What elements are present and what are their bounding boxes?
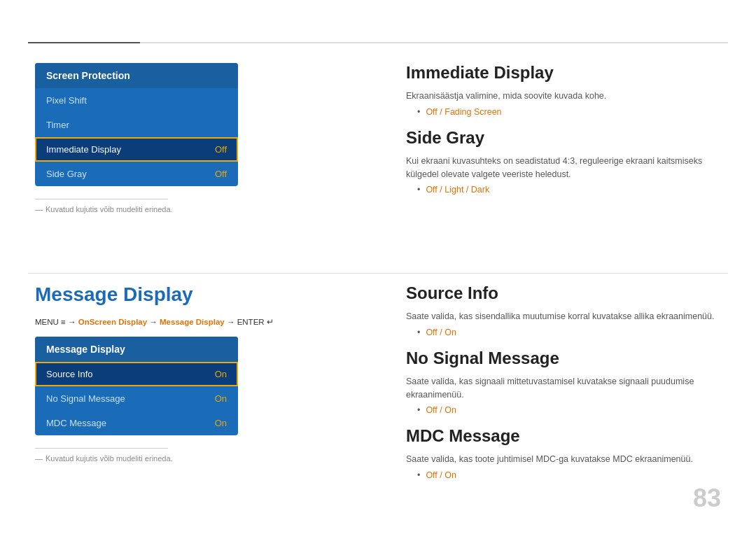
menu-item-mdc-message[interactable]: MDC Message On <box>35 411 238 435</box>
menu-item-immediate-display[interactable]: Immediate Display Off <box>35 137 238 162</box>
no-signal-bullet: Off / On <box>417 405 721 415</box>
footnote-divider-bottom <box>35 448 168 449</box>
menu-item-label: No Signal Message <box>46 393 125 404</box>
enter-label: ENTER <box>237 318 267 326</box>
menu-item-source-info[interactable]: Source Info On <box>35 362 238 386</box>
source-info-title: Source Info <box>406 283 721 303</box>
immediate-display-desc: Ekraanisäästja valimine, mida soovite ku… <box>406 90 721 103</box>
immediate-display-bullet: Off / Fading Screen <box>417 107 721 117</box>
nav-arrow-1: → <box>68 318 78 326</box>
menu-item-label: MDC Message <box>46 418 106 428</box>
message-display-left: Message Display MENU ≡ → OnScreen Displa… <box>28 276 378 498</box>
message-display-menu: Message Display Source Info On No Signal… <box>35 337 238 435</box>
immediate-display-options: Off / Fading Screen <box>426 107 501 117</box>
right-top-descriptions: Immediate Display Ekraanisäästja valimin… <box>378 56 728 234</box>
side-gray-options: Off / Light / Dark <box>426 185 489 195</box>
menu-header: Screen Protection <box>35 63 238 88</box>
menu-label: MENU <box>35 318 61 326</box>
menu-nav-breadcrumb: MENU ≡ → OnScreen Display → Message Disp… <box>35 317 357 327</box>
enter-icon: ↵ <box>267 318 274 326</box>
menu-item-pixel-shift[interactable]: Pixel Shift <box>35 88 238 113</box>
no-signal-desc: Saate valida, kas signaali mittetuvastam… <box>406 375 721 402</box>
menu-icon: ≡ <box>61 318 66 326</box>
menu-item-value: On <box>215 393 227 404</box>
menu-item-value: On <box>215 369 227 379</box>
footnote-bottom: Kuvatud kujutis võib mudeliti erineda. <box>35 454 357 463</box>
page-number: 83 <box>693 484 721 513</box>
menu-item-label: Source Info <box>46 369 93 379</box>
no-signal-options: Off / On <box>426 405 456 415</box>
source-info-section: Source Info Saate valida, kas sisendalli… <box>406 283 721 337</box>
menu-item-label: Timer <box>46 120 69 130</box>
side-gray-title: Side Gray <box>406 128 721 148</box>
message-display-heading: Message Display <box>35 283 357 306</box>
top-divider <box>28 42 728 43</box>
no-signal-section: No Signal Message Saate valida, kas sign… <box>406 349 721 416</box>
immediate-display-title: Immediate Display <box>406 63 721 83</box>
screen-protection-menu: Screen Protection Pixel Shift Timer Imme… <box>35 63 238 186</box>
source-info-desc: Saate valida, kas sisendallika muutumise… <box>406 310 721 323</box>
side-gray-bullet: Off / Light / Dark <box>417 185 721 195</box>
message-display-nav: Message Display <box>160 318 225 326</box>
menu-item-value: Off <box>215 144 227 155</box>
nav-arrow-2: → <box>149 318 160 326</box>
footnote-top: Kuvatud kujutis võib mudeliti erineda. <box>35 205 357 213</box>
source-info-bullet: Off / On <box>417 328 721 337</box>
source-info-options: Off / On <box>426 328 456 337</box>
immediate-display-section: Immediate Display Ekraanisäästja valimin… <box>406 63 721 117</box>
message-display-menu-header: Message Display <box>35 337 238 362</box>
section-divider <box>28 273 728 274</box>
menu-item-value: On <box>215 418 227 428</box>
right-bottom-descriptions: Source Info Saate valida, kas sisendalli… <box>378 276 728 498</box>
mdc-message-section: MDC Message Saate valida, kas toote juht… <box>406 426 721 480</box>
mdc-message-desc: Saate valida, kas toote juhtimisel MDC-g… <box>406 453 721 466</box>
side-gray-desc: Kui ekraani kuvasuhteks on seadistatud 4… <box>406 155 721 181</box>
menu-item-label: Pixel Shift <box>46 95 87 106</box>
menu-item-side-gray[interactable]: Side Gray Off <box>35 162 238 186</box>
mdc-message-options: Off / On <box>426 470 456 480</box>
footnote-divider-top <box>35 199 168 199</box>
onscreen-display-nav: OnScreen Display <box>78 318 147 326</box>
nav-arrow-3: → <box>227 318 237 326</box>
menu-item-timer[interactable]: Timer <box>35 113 238 137</box>
menu-item-no-signal[interactable]: No Signal Message On <box>35 386 238 411</box>
screen-protection-section: Screen Protection Pixel Shift Timer Imme… <box>28 56 378 234</box>
menu-item-value: Off <box>215 169 227 179</box>
no-signal-title: No Signal Message <box>406 349 721 368</box>
menu-item-label: Immediate Display <box>46 144 121 155</box>
mdc-message-title: MDC Message <box>406 426 721 446</box>
mdc-message-bullet: Off / On <box>417 470 721 480</box>
menu-item-label: Side Gray <box>46 169 87 179</box>
side-gray-section: Side Gray Kui ekraani kuvasuhteks on sea… <box>406 128 721 195</box>
